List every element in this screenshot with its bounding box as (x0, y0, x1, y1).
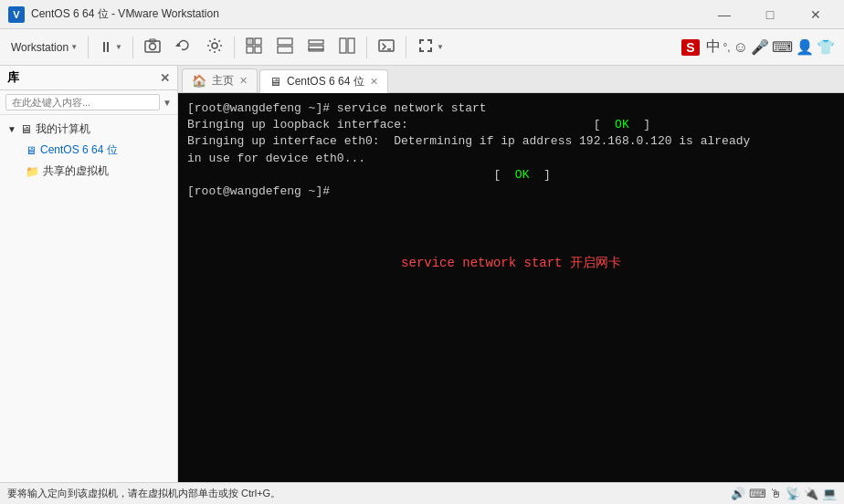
view1-button[interactable] (239, 34, 269, 61)
tray-icon-user[interactable]: 👤 (796, 38, 814, 56)
close-button[interactable]: ✕ (795, 0, 837, 29)
vm-icon: 🖥 (26, 144, 37, 157)
toolbar: Workstation ▼ ⏸ ▼ (0, 29, 844, 66)
top-right-icons: S 中 °, ☺ 🎤 ⌨ 👤 👕 (681, 37, 839, 57)
revert-icon (174, 37, 193, 58)
svg-rect-17 (348, 38, 354, 53)
statusbar-icon-5[interactable]: 🔌 (804, 487, 818, 500)
settings-button[interactable] (200, 34, 229, 61)
fullscreen-button[interactable]: ▼ (411, 34, 449, 61)
settings-icon (206, 37, 224, 58)
terminal-annotation: service network start 开启网卡 (187, 255, 835, 273)
window-controls: — □ ✕ (703, 0, 837, 29)
statusbar-icon-6[interactable]: 💻 (822, 487, 837, 500)
workstation-menu-button[interactable]: Workstation ▼ (5, 34, 83, 61)
sidebar-item-label: 我的计算机 (36, 121, 90, 137)
term-line-3: Bringing up interface eth0: Determining … (187, 133, 835, 150)
vmware-s-logo: S (681, 39, 699, 56)
sidebar-tree: ▼ 🖥 我的计算机 🖥 CentOS 6 64 位 📁 共享的虚拟机 (0, 115, 177, 185)
home-tab-close[interactable]: ✕ (239, 75, 248, 87)
window-title: CentOS 6 64 位 - VMware Workstation (31, 6, 703, 22)
tray-icon-keyboard[interactable]: ⌨ (772, 38, 793, 56)
tray-icon-temp[interactable]: °, (723, 41, 731, 54)
pause-button[interactable]: ⏸ ▼ (93, 34, 128, 61)
view4-icon (338, 37, 356, 58)
sidebar-header: 库 ✕ (0, 66, 177, 90)
sidebar-search-area: ▼ (0, 90, 177, 115)
app-icon: V (7, 5, 26, 24)
statusbar-icon-1[interactable]: 🔊 (731, 487, 745, 500)
svg-rect-18 (379, 40, 394, 51)
term-line-5: [ OK ] (187, 167, 835, 184)
svg-rect-12 (278, 47, 292, 53)
svg-rect-10 (255, 47, 261, 53)
sidebar-item-mycomputer[interactable]: ▼ 🖥 我的计算机 (0, 119, 177, 140)
view4-button[interactable] (332, 34, 362, 61)
tab-home[interactable]: 🏠 主页 ✕ (182, 68, 258, 92)
status-message: 要将输入定向到该虚拟机，请在虚拟机内部单击或按 Ctrl+G。 (7, 487, 280, 500)
tray-icon-zh[interactable]: 中 (706, 37, 721, 57)
svg-rect-13 (309, 40, 323, 44)
toolbar-separator-2 (132, 37, 133, 58)
sidebar-item-shared-label: 共享的虚拟机 (43, 163, 109, 179)
maximize-button[interactable]: □ (749, 0, 791, 29)
sidebar-item-centos[interactable]: 🖥 CentOS 6 64 位 (0, 140, 177, 161)
sidebar-item-shared[interactable]: 📁 共享的虚拟机 (0, 161, 177, 182)
centos-tab-icon: 🖥 (269, 75, 281, 89)
tab-centos[interactable]: 🖥 CentOS 6 64 位 ✕ (259, 69, 388, 93)
toolbar-separator-3 (234, 37, 235, 58)
statusbar-icon-4[interactable]: 📡 (786, 487, 800, 500)
sidebar-title: 库 (7, 69, 19, 86)
console-button[interactable] (372, 34, 401, 61)
content-area: 🏠 主页 ✕ 🖥 CentOS 6 64 位 ✕ [root@wangdefen… (178, 66, 844, 482)
view3-button[interactable] (301, 34, 331, 61)
statusbar-right-icons: 🔊 ⌨ 🖱 📡 🔌 💻 (731, 487, 837, 500)
svg-rect-14 (309, 46, 323, 49)
svg-rect-9 (247, 47, 253, 53)
expand-icon: ▼ (7, 124, 16, 134)
statusbar-icon-3[interactable]: 🖱 (770, 487, 782, 500)
pause-dropdown-icon: ▼ (115, 43, 122, 51)
status-bar: 要将输入定向到该虚拟机，请在虚拟机内部单击或按 Ctrl+G。 🔊 ⌨ 🖱 📡 … (0, 482, 844, 504)
centos-tab-close[interactable]: ✕ (370, 76, 378, 88)
toolbar-separator-5 (406, 37, 406, 58)
annotation-text: service network start 开启网卡 (401, 256, 621, 270)
view3-icon (307, 37, 325, 58)
main-area: 库 ✕ ▼ ▼ 🖥 我的计算机 🖥 CentOS 6 64 位 📁 共享的虚拟机 (0, 66, 844, 482)
svg-rect-7 (247, 38, 253, 45)
svg-point-3 (149, 43, 155, 49)
search-dropdown-icon[interactable]: ▼ (163, 98, 172, 108)
statusbar-icon-2[interactable]: ⌨ (749, 487, 766, 500)
svg-point-6 (212, 43, 217, 48)
home-tab-icon: 🏠 (192, 74, 206, 88)
view2-icon (276, 37, 294, 58)
shared-icon: 📁 (26, 165, 39, 178)
tray-icon-emoji[interactable]: ☺ (733, 39, 748, 56)
sidebar-search-input[interactable] (5, 94, 160, 110)
workstation-label: Workstation (11, 41, 69, 54)
tray-icon-mic[interactable]: 🎤 (751, 38, 769, 56)
snapshot-button[interactable] (138, 34, 167, 61)
revert-button[interactable] (169, 34, 198, 61)
fullscreen-dropdown-icon: ▼ (437, 43, 444, 51)
sidebar-close-button[interactable]: ✕ (160, 71, 170, 85)
tray-icon-shirt[interactable]: 👕 (817, 38, 835, 56)
console-icon (377, 37, 396, 58)
view2-button[interactable] (270, 34, 300, 61)
terminal-screen[interactable]: [root@wangdefeng ~]# service network sta… (178, 93, 844, 482)
term-line-1: [root@wangdefeng ~]# service network sta… (187, 100, 835, 117)
tab-home-label: 主页 (212, 73, 234, 89)
toolbar-separator-1 (88, 37, 89, 58)
sidebar-item-centos-label: CentOS 6 64 位 (40, 142, 118, 158)
toolbar-separator-4 (366, 37, 367, 58)
svg-rect-16 (340, 38, 346, 53)
computer-icon: 🖥 (20, 122, 32, 136)
snapshot-icon (143, 37, 162, 58)
term-line-7: [root@wangdefeng ~]# (187, 184, 835, 200)
svg-text:V: V (13, 9, 20, 20)
view1-icon (245, 37, 263, 58)
tab-centos-label: CentOS 6 64 位 (287, 74, 364, 89)
minimize-button[interactable]: — (703, 0, 745, 29)
workstation-dropdown-icon: ▼ (70, 43, 78, 51)
sidebar: 库 ✕ ▼ ▼ 🖥 我的计算机 🖥 CentOS 6 64 位 📁 共享的虚拟机 (0, 66, 178, 482)
